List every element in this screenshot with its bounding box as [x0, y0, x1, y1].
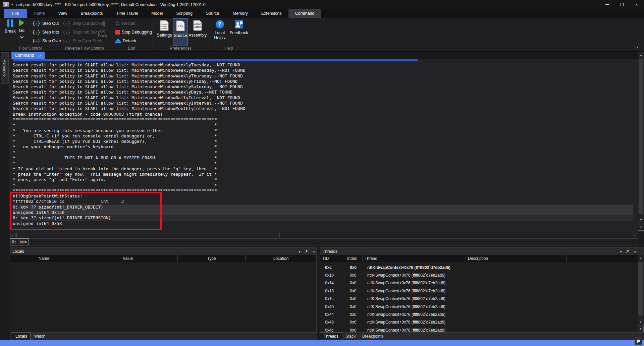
thread-row[interactable]: 0x440x0nt!KiSwapContext+0x76 (fffff802`d… — [320, 310, 638, 318]
column-header-name[interactable]: Name — [10, 255, 78, 262]
menu-tab-breakpoints[interactable]: Breakpoints — [74, 9, 109, 18]
step-into-back-button[interactable]: {↓} Step Into Back — [62, 28, 100, 36]
minimize-button[interactable] — [600, 0, 614, 9]
scroll-up-icon[interactable]: ▲ — [638, 255, 644, 261]
menu-tab-home[interactable]: Home — [27, 9, 51, 18]
panel-menu-chevron-icon[interactable]: ▾ — [299, 250, 300, 253]
scroll-down-icon[interactable]: ▼ — [638, 217, 644, 223]
column-header-description[interactable]: Description — [466, 255, 567, 262]
step-over-back-button[interactable]: {←} Step Over Back — [62, 37, 102, 45]
column-header-tid[interactable]: TID — [320, 255, 345, 262]
settings-button[interactable]: Settings — [156, 18, 173, 46]
thread-cell-desc — [466, 264, 567, 271]
stop-debugging-button[interactable]: Stop Debugging — [115, 28, 152, 36]
scrollbar-thumb[interactable] — [639, 59, 643, 214]
thread-cell-index: 0x0 — [345, 295, 363, 303]
tab-breakpoints[interactable]: Breakpoints — [359, 333, 387, 340]
column-header-value[interactable]: Value — [78, 255, 178, 262]
console-line: Search result for policy in SLAPI allow … — [13, 79, 633, 84]
source-button[interactable]: </> Source — [173, 18, 188, 46]
restart-icon — [115, 21, 120, 26]
scroll-left-icon[interactable]: ‹ — [10, 233, 15, 237]
thread-row[interactable]: 0x180x0nt!KiSwapContext+0x76 (fffff802`d… — [320, 287, 638, 295]
svg-text:</>: </> — [178, 24, 183, 28]
console-horizontal-scrollbar[interactable]: ‹ › — [9, 232, 638, 237]
menu-tab-file[interactable]: File — [4, 9, 27, 18]
close-tab-icon[interactable]: × — [39, 53, 42, 58]
menu-tab-model[interactable]: Model — [145, 9, 169, 18]
local-help-button[interactable]: ? LocalHelp ▾ — [212, 18, 227, 46]
close-panel-icon[interactable]: × — [312, 249, 315, 254]
scrollbar-thumb[interactable] — [638, 262, 643, 315]
thread-row[interactable]: 0x480x0nt!KiSwapContext+0x76 (fffff802`d… — [320, 319, 638, 326]
thread-row[interactable]: 0x400x0nt!KiSwapContext+0x76 (fffff802`d… — [320, 303, 638, 310]
tab-stack[interactable]: Stack — [342, 333, 359, 340]
thread-cell-index: 0x0 — [345, 326, 363, 332]
step-over-button[interactable]: {→} Step Over — [32, 37, 61, 45]
close-button[interactable]: × — [629, 0, 644, 9]
close-panel-icon[interactable]: × — [634, 249, 636, 254]
threads-vertical-scrollbar[interactable]: ▲ ▼ ▼ — [638, 255, 644, 332]
menu-tab-time-travel[interactable]: Time Travel — [109, 9, 145, 18]
feedback-icon — [235, 20, 243, 28]
scroll-bottom-icon[interactable]: ▼ — [638, 224, 644, 231]
quick-access-caret-icon[interactable]: ▾ — [11, 3, 13, 6]
step-out-icon: {↑} — [32, 21, 40, 26]
step-out-back-button[interactable]: {↑} Step Out Back — [62, 20, 100, 27]
notification-corner-icon[interactable] — [635, 337, 642, 345]
menu-tab-source[interactable]: Source — [199, 9, 226, 18]
thread-cell-desc — [466, 279, 567, 287]
column-header-type[interactable]: Type — [178, 255, 246, 262]
break-button[interactable]: Break — [5, 19, 16, 34]
scroll-up-icon[interactable]: ▲ — [638, 52, 644, 58]
menu-tab-memory[interactable]: Memory — [226, 9, 255, 18]
memory-pane-tab[interactable]: Memory 0 — [1, 52, 9, 84]
console-line: * press the "Enter" key now. This messag… — [13, 172, 633, 177]
console-vertical-scrollbar[interactable]: ▲ ▼ ▼ — [638, 52, 644, 232]
title-bar: ▾ net:port=50005,key=**** - KD 'net:port… — [0, 0, 644, 9]
tab-locals[interactable]: Locals — [12, 333, 31, 340]
scroll-right-icon[interactable]: › — [631, 233, 637, 237]
command-console[interactable]: Search result for policy in SLAPI allow … — [9, 59, 638, 232]
hscrollbar-thumb[interactable] — [16, 233, 279, 237]
step-out-button[interactable]: {↑} Step Out — [32, 20, 59, 27]
restart-button[interactable]: Restart — [115, 20, 136, 27]
maximize-button[interactable] — [614, 0, 629, 9]
go-back-button[interactable]: GoBack — [98, 20, 107, 38]
tab-watch[interactable]: Watch — [31, 333, 49, 340]
feedback-button[interactable]: Feedback — [229, 18, 248, 46]
go-button[interactable]: Go — [19, 19, 24, 38]
menu-tab-view[interactable]: View — [52, 9, 74, 18]
thread-cell-thread: nt!KiSwapContext+0x76 (fffff802`d7eb2ad6… — [363, 319, 466, 326]
column-header-thread[interactable]: Thread — [363, 255, 466, 262]
svg-text:IOIOI: IOIOI — [194, 26, 201, 28]
group-label-flow-control: Flow Control — [3, 46, 58, 51]
console-line: * on your debugger machine's keyboard. * — [13, 144, 633, 150]
scroll-down-icon[interactable]: ▼ — [638, 320, 644, 325]
command-pane-tab[interactable]: Command × — [11, 52, 45, 59]
thread-row[interactable]: 0x100x0nt!KiSwapContext+0x76 (fffff802`d… — [320, 271, 638, 279]
thread-cell-tid: 0x14 — [320, 279, 345, 287]
pin-icon[interactable] — [304, 249, 308, 253]
menu-tab-extensions[interactable]: Extensions — [255, 9, 288, 18]
step-over-back-icon: {←} — [62, 38, 70, 44]
tab-threads[interactable]: Threads — [320, 333, 342, 340]
menu-tab-scripting[interactable]: Scripting — [169, 9, 199, 18]
scroll-bottom-icon[interactable]: ▼ — [638, 326, 644, 332]
step-into-button[interactable]: {↓} Step Into — [32, 28, 59, 36]
panel-menu-chevron-icon[interactable]: ▾ — [620, 250, 622, 253]
detach-button[interactable]: Detach — [115, 37, 136, 45]
menu-tab-command[interactable]: Command — [288, 9, 321, 18]
thread-row[interactable]: 0x140x0nt!KiSwapContext+0x76 (fffff802`d… — [320, 279, 638, 287]
thread-row[interactable]: 0xc0x0nt!KiSwapContext+0x76 (fffff802`d7… — [320, 264, 638, 271]
thread-cell-desc — [466, 326, 567, 332]
assembly-button[interactable]: OIIOI IOIOI Assembly — [188, 18, 207, 46]
pin-icon[interactable] — [626, 249, 630, 253]
ribbon-separator — [111, 19, 111, 49]
thread-row[interactable]: 0x1c0x0nt!KiSwapContext+0x76 (fffff802`d… — [320, 295, 638, 303]
ribbon-collapse-chevron-icon[interactable]: ▾ — [637, 45, 638, 49]
command-input[interactable] — [29, 238, 638, 245]
thread-row[interactable]: 0x4c0x0nt!KiSwapContext+0x76 (fffff802`d… — [320, 326, 638, 332]
column-header-location[interactable]: Location — [246, 255, 316, 262]
column-header-index[interactable]: Index — [345, 255, 363, 262]
